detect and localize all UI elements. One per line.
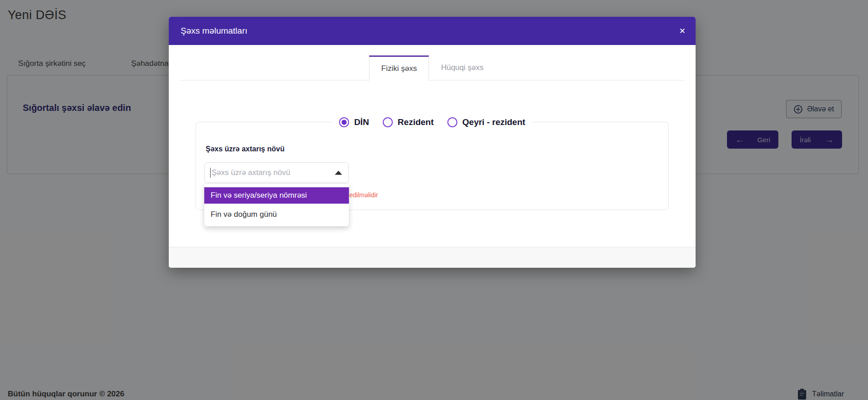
person-type-tabs: Fiziki şəxs Hüquqi şəxs — [180, 55, 684, 80]
radio-rezident-label: Rezident — [398, 117, 434, 127]
close-icon[interactable]: ✕ — [679, 27, 686, 35]
screen: Yeni DƏİS Sığorta şirkətini seç Şəhadətn… — [0, 0, 868, 400]
modal-footer — [169, 247, 696, 268]
person-source-radio-group: DİN Rezident Qeyri - rezident — [332, 115, 532, 129]
search-type-select[interactable]: Şəxs üzrə axtarış növü — [204, 162, 349, 183]
radio-din-label: DİN — [354, 117, 369, 127]
search-type-select-wrap: Şəxs üzrə axtarış növü Fin və seriya/ser… — [204, 162, 349, 183]
tab-huquqi-sexs[interactable]: Hüquqi şəxs — [429, 55, 495, 80]
tab-fiziki-sexs[interactable]: Fiziki şəxs — [369, 55, 429, 80]
radio-unselected-icon — [383, 117, 393, 127]
validation-error-text: edilməlidir — [349, 191, 378, 199]
radio-qeyri-rezident[interactable]: Qeyri - rezident — [447, 117, 525, 127]
option-fin-dogum[interactable]: Fin və doğum günü — [204, 206, 349, 223]
search-type-label: Şəxs üzrə axtarış növü — [206, 145, 284, 153]
search-type-dropdown: Fin və seriya/seriya nömrəsi Fin və doğu… — [204, 184, 349, 226]
radio-din[interactable]: DİN — [339, 117, 369, 127]
modal-header: Şəxs məlumatları ✕ — [169, 17, 696, 45]
search-type-placeholder: Şəxs üzrə axtarış növü — [212, 168, 290, 177]
radio-rezident[interactable]: Rezident — [383, 117, 434, 127]
modal-title: Şəxs məlumatları — [181, 26, 247, 36]
caret-up-icon — [335, 171, 342, 175]
radio-selected-icon — [339, 117, 349, 127]
radio-unselected-icon — [447, 117, 457, 127]
radio-qeyri-rezident-label: Qeyri - rezident — [462, 117, 525, 127]
person-info-modal: Şəxs məlumatları ✕ Fiziki şəxs Hüquqi şə… — [169, 17, 696, 268]
modal-body: Fiziki şəxs Hüquqi şəxs DİN Rezident — [169, 45, 696, 247]
text-caret — [210, 168, 211, 178]
search-fieldset: DİN Rezident Qeyri - rezident Şəxs üzrə … — [196, 122, 669, 210]
option-fin-seriya[interactable]: Fin və seriya/seriya nömrəsi — [204, 187, 349, 204]
